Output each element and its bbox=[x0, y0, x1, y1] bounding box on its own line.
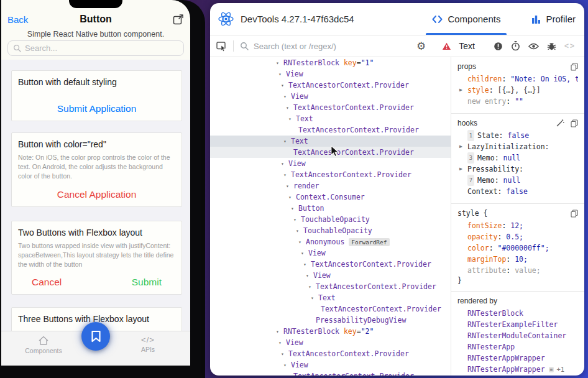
tab-apis[interactable]: </> APIs bbox=[122, 335, 174, 366]
phone-search-box[interactable] bbox=[7, 40, 184, 56]
hook-row[interactable]: ▶LazyInitialization: bbox=[457, 141, 578, 152]
tree-row[interactable]: ▾View bbox=[210, 68, 451, 80]
style-value[interactable]: value; bbox=[510, 266, 540, 275]
tree-row[interactable]: TextAncestorContext.Provider bbox=[210, 303, 451, 315]
suspense-stopwatch-icon[interactable] bbox=[511, 41, 520, 51]
expand-arrow-icon[interactable]: ▾ bbox=[291, 203, 298, 214]
tree-row[interactable]: ▾View bbox=[210, 158, 451, 169]
owner-item[interactable]: render() bbox=[457, 375, 578, 376]
expand-arrow-icon[interactable]: ▾ bbox=[301, 248, 308, 259]
prop-row[interactable]: new entry: "" bbox=[457, 96, 578, 107]
expand-arrow-icon[interactable]: ▾ bbox=[311, 293, 318, 304]
expand-arrow-icon[interactable]: ▾ bbox=[308, 282, 316, 293]
expand-arrow-icon[interactable]: ▾ bbox=[303, 259, 311, 270]
owner-item[interactable]: RNTesterModuleContainer bbox=[457, 330, 578, 341]
tab-components[interactable]: Components bbox=[17, 335, 70, 366]
expand-arrow-icon[interactable]: ▶ bbox=[459, 164, 462, 175]
expand-arrow-icon[interactable]: ▾ bbox=[296, 226, 303, 237]
tree-row[interactable]: ▾TextAncestorContext.Provider bbox=[210, 371, 451, 376]
tab-components-devtools[interactable]: Components bbox=[423, 3, 509, 35]
open-external-icon[interactable] bbox=[172, 13, 185, 25]
rn-button[interactable]: Cancel Application bbox=[57, 189, 137, 200]
tree-row[interactable]: ▾Text bbox=[210, 113, 451, 124]
style-row[interactable]: fontSize: 12; bbox=[457, 220, 578, 231]
tree-row[interactable]: ▾Context.Consumer bbox=[210, 191, 451, 203]
devtools-search-input[interactable] bbox=[254, 42, 410, 51]
style-row[interactable]: opacity: 0.5; bbox=[457, 231, 578, 242]
prop-row[interactable]: children: "Note: On iOS, the bbox=[457, 73, 578, 85]
owner-item[interactable]: RNTesterExampleFilter bbox=[457, 319, 578, 330]
tree-row[interactable]: ▾TextAncestorContext.Provider bbox=[210, 102, 451, 113]
errors-icon[interactable] bbox=[494, 42, 503, 51]
tree-row[interactable]: TextAncestorContext.Provider bbox=[210, 124, 451, 136]
view-source-icon[interactable]: <> bbox=[564, 42, 576, 50]
copy-icon[interactable] bbox=[571, 210, 578, 218]
tree-row[interactable]: ▾TextAncestorContext.Provider bbox=[210, 348, 451, 359]
devtools-search-box[interactable] bbox=[240, 42, 410, 51]
rn-button[interactable]: Submit Application bbox=[57, 103, 137, 114]
inspect-element-icon[interactable] bbox=[216, 41, 227, 52]
tree-row[interactable]: ▾TextAncestorContext.Provider bbox=[210, 80, 451, 91]
owner-item[interactable]: RNTesterAppWrapper bbox=[457, 353, 578, 364]
inspect-eye-icon[interactable] bbox=[528, 42, 539, 50]
debug-bug-icon[interactable] bbox=[547, 42, 556, 51]
style-row[interactable]: attribute: value; bbox=[457, 265, 578, 276]
parse-hooks-wand-icon[interactable] bbox=[556, 119, 564, 127]
bookmark-fab-button[interactable] bbox=[81, 322, 110, 351]
style-row[interactable]: color: "#000000ff"; bbox=[457, 242, 578, 254]
phone-search-input[interactable] bbox=[25, 44, 178, 53]
hook-row[interactable]: 3Memo: null bbox=[457, 152, 578, 164]
hook-value[interactable]: null bbox=[499, 176, 521, 185]
expand-arrow-icon[interactable]: ▾ bbox=[306, 270, 313, 282]
tree-row[interactable]: ▾TouchableOpacity bbox=[210, 214, 451, 225]
expand-arrow-icon[interactable]: ▶ bbox=[459, 85, 462, 96]
prop-value[interactable]: "" bbox=[515, 97, 523, 106]
hook-row[interactable]: Context: false bbox=[457, 186, 578, 197]
rn-button[interactable]: Submit bbox=[132, 277, 162, 288]
gear-icon[interactable]: ⚙ bbox=[416, 41, 426, 52]
copy-icon[interactable] bbox=[571, 119, 578, 127]
expand-arrow-icon[interactable]: ▾ bbox=[281, 159, 288, 170]
expand-arrow-icon[interactable]: ▾ bbox=[278, 69, 286, 80]
expand-arrow-icon[interactable]: ▾ bbox=[278, 338, 286, 349]
expand-arrow-icon[interactable]: ▾ bbox=[283, 360, 291, 371]
hook-value[interactable]: false bbox=[502, 187, 528, 196]
prop-value[interactable]: [{…}, {…}] bbox=[497, 86, 540, 94]
style-value[interactable]: 12; bbox=[506, 221, 523, 230]
style-value[interactable]: "#000000ff"; bbox=[494, 244, 549, 252]
expand-arrow-icon[interactable]: ▾ bbox=[283, 170, 291, 181]
tree-row[interactable]: ▾TextAncestorContext.Provider bbox=[210, 169, 451, 180]
tree-row[interactable]: ▾Button bbox=[210, 203, 451, 214]
hook-row[interactable]: ▶Pressability: bbox=[457, 164, 578, 175]
style-value[interactable]: 10; bbox=[510, 255, 528, 264]
tree-row[interactable]: ▾RNTesterBlock key="1" bbox=[210, 57, 451, 68]
tree-row[interactable]: ▾View bbox=[210, 270, 451, 281]
expand-arrow-icon[interactable]: ▾ bbox=[283, 136, 291, 147]
expand-arrow-icon[interactable]: ▾ bbox=[298, 237, 306, 248]
expand-arrow-icon[interactable]: ▾ bbox=[283, 91, 291, 103]
hook-value[interactable]: null bbox=[499, 154, 521, 162]
tree-row[interactable]: ▾render bbox=[210, 180, 451, 191]
tree-row[interactable]: ▾AnonymousForwardRef bbox=[210, 236, 451, 247]
tree-row[interactable]: ▾Text bbox=[210, 292, 451, 303]
tree-row[interactable]: ▾TextAncestorContext.Provider bbox=[210, 281, 451, 292]
expand-arrow-icon[interactable]: ▾ bbox=[288, 192, 296, 203]
prop-value[interactable]: "Note: On iOS, the bbox=[510, 75, 578, 83]
expand-arrow-icon[interactable]: ▾ bbox=[286, 181, 293, 192]
expand-arrow-icon[interactable]: ▶ bbox=[459, 141, 462, 152]
tab-profiler[interactable]: Profiler bbox=[523, 3, 584, 35]
expand-arrow-icon[interactable]: ▾ bbox=[281, 80, 288, 91]
expand-arrow-icon[interactable]: ▾ bbox=[281, 349, 288, 360]
tree-row[interactable]: ▾TouchableOpacity bbox=[210, 225, 451, 236]
copy-icon[interactable] bbox=[571, 63, 578, 71]
expand-arrow-icon[interactable]: ▾ bbox=[286, 371, 293, 376]
expand-arrow-icon[interactable]: ▾ bbox=[286, 103, 293, 114]
tree-row[interactable]: ▾View bbox=[210, 359, 451, 371]
owner-item[interactable]: RNTesterApp bbox=[457, 341, 578, 353]
expand-arrow-icon[interactable]: ▾ bbox=[276, 326, 283, 338]
hook-row[interactable]: 1State: false bbox=[457, 130, 578, 141]
hook-row[interactable]: 7Memo: null bbox=[457, 175, 578, 186]
tree-row[interactable]: ▾View bbox=[210, 337, 451, 348]
owner-item[interactable]: RNTesterAppWrapper≡+1 bbox=[457, 364, 578, 375]
expand-arrow-icon[interactable]: ▾ bbox=[276, 58, 283, 69]
